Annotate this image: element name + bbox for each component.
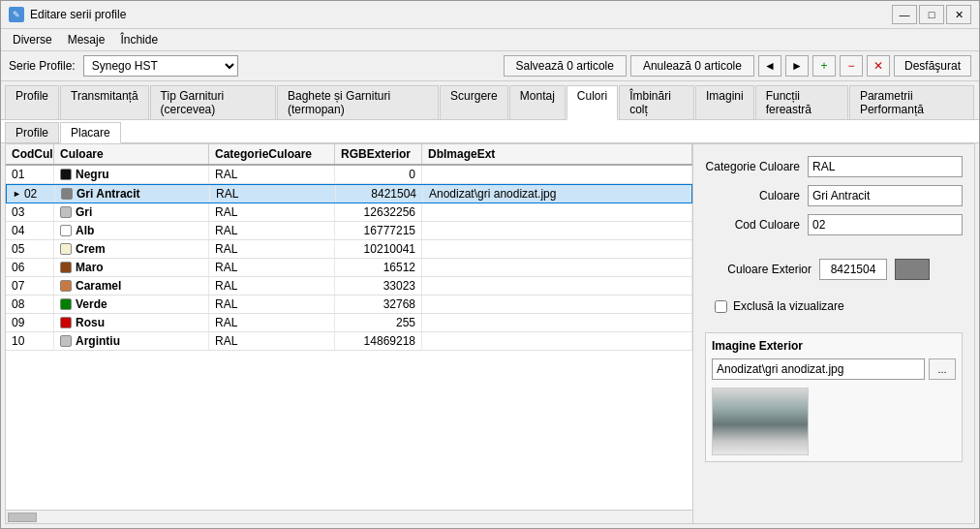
td-db bbox=[422, 240, 692, 258]
tab-baghete-și-garnituri-(termopan)[interactable]: Baghete și Garnituri (termopan) bbox=[277, 85, 439, 119]
td-categorie: RAL bbox=[209, 259, 335, 276]
th-db: DbImageExt bbox=[422, 144, 692, 164]
scrollbar-thumb bbox=[8, 513, 37, 522]
th-rgb: RGBExterior bbox=[335, 144, 422, 164]
main-window: ✎ Editare serii profile — □ ✕ Diverse Me… bbox=[0, 0, 980, 529]
title-bar: ✎ Editare serii profile — □ ✕ bbox=[1, 1, 979, 29]
sub-tab-profile[interactable]: Profile bbox=[5, 122, 59, 142]
nav-prev-button[interactable]: ◄ bbox=[758, 55, 781, 77]
td-rgb: 14869218 bbox=[335, 332, 422, 350]
culoare-ext-label: Culoare Exterior bbox=[705, 263, 812, 276]
tab-transmitanță[interactable]: Transmitanță bbox=[60, 85, 149, 119]
categorie-input[interactable] bbox=[808, 156, 963, 177]
close-button[interactable]: ✕ bbox=[946, 5, 971, 24]
imagine-preview bbox=[712, 388, 809, 455]
td-categorie: RAL bbox=[209, 203, 335, 221]
culoare-input[interactable] bbox=[808, 185, 963, 206]
nav-close-button[interactable]: ✕ bbox=[867, 55, 890, 77]
tab-imagini[interactable]: Imagini bbox=[695, 85, 754, 119]
window-icon: ✎ bbox=[9, 7, 24, 22]
imagine-path-input[interactable] bbox=[712, 358, 925, 380]
td-cod: 04 bbox=[6, 222, 54, 239]
detail-section: Categorie Culoare Culoare Cod Culoare Cu… bbox=[693, 144, 974, 523]
td-db bbox=[422, 203, 692, 221]
content-area: CodCuloare Culoare CategorieCuloare RGBE… bbox=[5, 143, 975, 524]
td-cod: 08 bbox=[6, 296, 54, 313]
color-swatch[interactable] bbox=[895, 259, 930, 280]
cod-row: Cod Culoare bbox=[705, 214, 963, 235]
nav-remove-button[interactable]: − bbox=[840, 55, 863, 77]
sub-tab-placare[interactable]: Placare bbox=[60, 122, 121, 143]
td-db bbox=[422, 259, 692, 276]
td-db bbox=[422, 277, 692, 295]
td-categorie: RAL bbox=[209, 314, 335, 331]
imagine-browse-button[interactable]: ... bbox=[929, 358, 956, 380]
td-cod: ►02 bbox=[7, 185, 55, 202]
table-row[interactable]: 09 Rosu RAL 255 bbox=[6, 314, 692, 332]
title-bar-controls: — □ ✕ bbox=[892, 5, 971, 24]
table-row[interactable]: 03 Gri RAL 12632256 bbox=[6, 203, 692, 222]
tab-parametrii-performanță[interactable]: Parametrii Performanță bbox=[849, 85, 974, 119]
table-row[interactable]: 04 Alb RAL 16777215 bbox=[6, 222, 692, 240]
table-row[interactable]: 05 Crem RAL 10210041 bbox=[6, 240, 692, 259]
tab-montaj[interactable]: Montaj bbox=[509, 85, 566, 119]
window-title: Editare serii profile bbox=[30, 8, 126, 21]
toolbar-buttons: Salvează 0 articole Anulează 0 articole … bbox=[504, 55, 972, 77]
imagine-label: Imagine Exterior bbox=[712, 339, 956, 353]
cancel-button[interactable]: Anulează 0 articole bbox=[630, 55, 754, 77]
td-db bbox=[422, 314, 692, 331]
culoare-ext-input[interactable] bbox=[819, 259, 887, 280]
culoare-row: Culoare bbox=[705, 185, 963, 206]
culoare-ext-row: Culoare Exterior bbox=[705, 259, 963, 280]
td-cod: 05 bbox=[6, 240, 54, 258]
table-section: CodCuloare Culoare CategorieCuloare RGBE… bbox=[6, 144, 693, 523]
td-rgb: 16512 bbox=[335, 259, 422, 276]
menu-inchide[interactable]: Închide bbox=[112, 31, 166, 48]
td-culoare: Caramel bbox=[54, 277, 209, 295]
table-row[interactable]: 08 Verde RAL 32768 bbox=[6, 296, 692, 314]
td-categorie: RAL bbox=[209, 222, 335, 239]
td-categorie: RAL bbox=[209, 166, 335, 183]
td-rgb: 12632256 bbox=[335, 203, 422, 221]
tab-îmbinări-colț[interactable]: Îmbinări colț bbox=[619, 85, 694, 119]
horizontal-scrollbar[interactable] bbox=[6, 510, 692, 523]
serie-label: Serie Profile: bbox=[9, 59, 76, 73]
minimize-button[interactable]: — bbox=[892, 5, 917, 24]
menu-diverse[interactable]: Diverse bbox=[5, 31, 60, 48]
toolbar: Serie Profile: Synego HST Salvează 0 art… bbox=[1, 51, 979, 81]
save-button[interactable]: Salvează 0 articole bbox=[504, 55, 627, 77]
tab-scurgere[interactable]: Scurgere bbox=[440, 85, 508, 119]
cod-label: Cod Culoare bbox=[705, 218, 800, 232]
td-categorie: RAL bbox=[209, 296, 335, 313]
tab-funcții-fereastră[interactable]: Funcții fereastră bbox=[755, 85, 848, 119]
td-culoare: Argintiu bbox=[54, 332, 209, 350]
tab-culori[interactable]: Culori bbox=[567, 85, 618, 120]
tab-tip-garnituri-(cercevea)[interactable]: Tip Garnituri (cercevea) bbox=[150, 85, 276, 119]
td-categorie: RAL bbox=[209, 240, 335, 258]
serie-select[interactable]: Synego HST bbox=[83, 55, 238, 77]
imagine-section: Imagine Exterior ... bbox=[705, 332, 963, 462]
th-cod: CodCuloare bbox=[6, 144, 54, 164]
table-row[interactable]: 10 Argintiu RAL 14869218 bbox=[6, 332, 692, 351]
table-row[interactable]: 07 Caramel RAL 33023 bbox=[6, 277, 692, 296]
table-body[interactable]: 01 Negru RAL 0 ►02 Gri Antracit RAL 8421… bbox=[6, 166, 692, 510]
table-row[interactable]: 01 Negru RAL 0 bbox=[6, 166, 692, 184]
table-row[interactable]: 06 Maro RAL 16512 bbox=[6, 259, 692, 277]
td-cod: 03 bbox=[6, 203, 54, 221]
desfasurat-button[interactable]: Desfăşurat bbox=[894, 55, 971, 77]
menu-mesaje[interactable]: Mesaje bbox=[60, 31, 113, 48]
td-cod: 10 bbox=[6, 332, 54, 350]
exclude-checkbox[interactable] bbox=[715, 300, 727, 313]
exclude-label: Exclusă la vizualizare bbox=[733, 299, 844, 313]
td-culoare: Verde bbox=[54, 296, 209, 313]
nav-next-button[interactable]: ► bbox=[785, 55, 809, 77]
table-row[interactable]: ►02 Gri Antracit RAL 8421504 Anodizat\gr… bbox=[6, 184, 692, 203]
td-rgb: 0 bbox=[335, 166, 422, 183]
categorie-label: Categorie Culoare bbox=[705, 160, 800, 173]
td-db: Anodizat\gri anodizat.jpg bbox=[423, 185, 691, 202]
tab-profile[interactable]: Profile bbox=[5, 85, 59, 119]
title-bar-left: ✎ Editare serii profile bbox=[9, 7, 126, 22]
maximize-button[interactable]: □ bbox=[919, 5, 944, 24]
nav-add-button[interactable]: + bbox=[812, 55, 836, 77]
cod-input[interactable] bbox=[808, 214, 963, 235]
